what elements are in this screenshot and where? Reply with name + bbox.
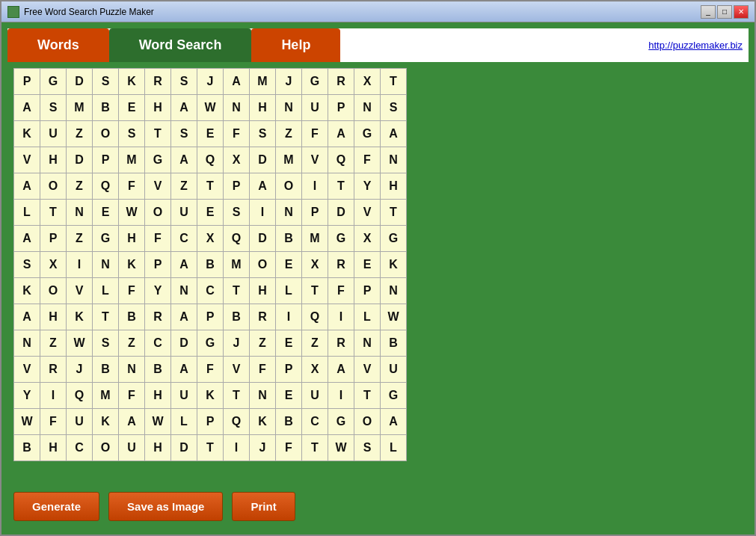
grid-cell: Y — [14, 383, 40, 408]
grid-cell: A — [119, 409, 144, 434]
grid-cell: J — [276, 69, 301, 94]
tab-help[interactable]: Help — [251, 28, 340, 62]
window-title: Free Word Search Puzzle Maker — [24, 7, 696, 17]
grid-cell: H — [119, 226, 144, 251]
grid-cell: N — [14, 330, 40, 356]
grid-cell: R — [250, 304, 275, 330]
grid-cell: J — [197, 69, 223, 94]
grid-cell: C — [67, 435, 92, 460]
grid-cell: A — [328, 121, 354, 147]
grid-cell: T — [328, 173, 354, 199]
bottom-bar: Generate Save as Image Print — [7, 484, 749, 529]
grid-cell: R — [145, 304, 170, 330]
grid-cell: B — [276, 226, 301, 251]
grid-cell: S — [381, 95, 406, 120]
grid-cell: Q — [197, 147, 223, 173]
grid-cell: E — [276, 330, 301, 356]
grid-cell: L — [171, 409, 197, 434]
grid-cell: E — [276, 383, 301, 408]
grid-cell: O — [354, 409, 380, 434]
grid-cell: T — [302, 435, 328, 460]
maximize-button[interactable]: □ — [717, 5, 732, 19]
grid-cell: S — [224, 200, 249, 225]
grid-cell: P — [14, 69, 40, 94]
grid-cell: H — [250, 95, 275, 120]
tab-words[interactable]: Words — [7, 28, 109, 62]
grid-cell: B — [224, 304, 249, 330]
grid-cell: F — [119, 383, 144, 408]
grid-cell: I — [67, 252, 92, 277]
grid-cell: E — [197, 121, 223, 147]
grid-cell: W — [381, 304, 406, 330]
generate-button[interactable]: Generate — [13, 492, 99, 521]
grid-cell: X — [197, 226, 223, 251]
grid-cell: Z — [40, 330, 66, 356]
grid-cell: A — [224, 69, 249, 94]
grid-cell: B — [93, 357, 118, 382]
grid-cell: P — [197, 409, 223, 434]
grid-cell: I — [40, 383, 66, 408]
grid-cell: K — [197, 383, 223, 408]
grid-cell: G — [354, 121, 380, 147]
grid-cell: K — [119, 252, 144, 277]
grid-cell: N — [67, 200, 92, 225]
grid-cell: N — [381, 147, 406, 173]
grid-cell: I — [328, 304, 354, 330]
close-button[interactable]: ✕ — [734, 5, 749, 19]
grid-cell: P — [302, 200, 328, 225]
grid-cell: F — [40, 409, 66, 434]
grid-cell: F — [250, 357, 275, 382]
website-link[interactable]: http://puzzlemaker.biz — [648, 40, 743, 51]
grid-cell: J — [67, 357, 92, 382]
grid-cell: Z — [276, 121, 301, 147]
save-as-image-button[interactable]: Save as Image — [108, 492, 223, 521]
grid-cell: K — [381, 252, 406, 277]
grid-cell: O — [93, 435, 118, 460]
title-bar: Free Word Search Puzzle Maker _ □ ✕ — [1, 1, 755, 22]
grid-cell: A — [14, 95, 40, 120]
grid-cell: V — [145, 173, 170, 199]
grid-cell: A — [381, 409, 406, 434]
grid-cell: F — [354, 147, 380, 173]
grid-cell: R — [328, 330, 354, 356]
grid-cell: I — [250, 200, 275, 225]
grid-cell: I — [276, 304, 301, 330]
grid-cell: Z — [302, 330, 328, 356]
minimize-button[interactable]: _ — [701, 5, 716, 19]
grid-cell: T — [354, 383, 380, 408]
grid-cell: F — [119, 173, 144, 199]
grid-cell: S — [171, 69, 197, 94]
grid-cell: I — [302, 173, 328, 199]
grid-cell: N — [276, 200, 301, 225]
grid-cell: S — [250, 121, 275, 147]
grid-cell: J — [224, 330, 249, 356]
grid-cell: E — [276, 252, 301, 277]
grid-cell: U — [302, 383, 328, 408]
grid-cell: A — [171, 147, 197, 173]
grid-cell: C — [302, 409, 328, 434]
window-icon — [7, 6, 19, 18]
grid-cell: F — [145, 226, 170, 251]
grid-cell: Z — [67, 173, 92, 199]
grid-cell: D — [328, 200, 354, 225]
grid-cell: Q — [302, 304, 328, 330]
grid-cell: N — [354, 330, 380, 356]
grid-cell: U — [171, 383, 197, 408]
grid-cell: M — [93, 383, 118, 408]
grid-cell: V — [354, 357, 380, 382]
grid-cell: F — [328, 278, 354, 304]
print-button[interactable]: Print — [232, 492, 295, 521]
grid-cell: N — [93, 252, 118, 277]
grid-cell: A — [250, 173, 275, 199]
grid-cell: G — [40, 69, 66, 94]
grid-cell: A — [381, 121, 406, 147]
grid-cell: W — [119, 200, 144, 225]
grid-cell: K — [119, 69, 144, 94]
grid-cell: U — [40, 121, 66, 147]
grid-cell: W — [67, 330, 92, 356]
grid-cell: X — [40, 252, 66, 277]
main-window: Free Word Search Puzzle Maker _ □ ✕ Word… — [0, 0, 756, 536]
tab-wordsearch[interactable]: Word Search — [109, 28, 252, 62]
grid-cell: T — [197, 173, 223, 199]
grid-cell: D — [250, 147, 275, 173]
